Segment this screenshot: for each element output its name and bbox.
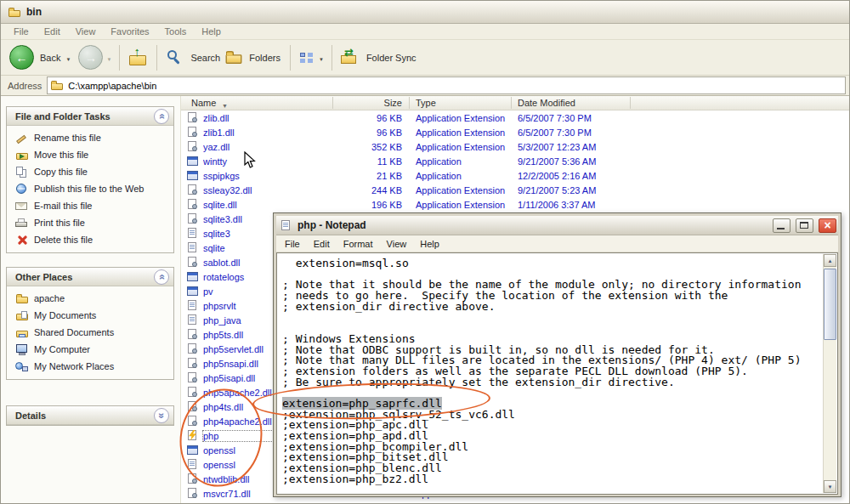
move-icon: [15, 149, 29, 161]
shareddocs-icon: [15, 326, 29, 339]
maximize-button[interactable]: [796, 218, 813, 233]
notepad-edit-area[interactable]: extension=msql.so ; Note that it should …: [276, 252, 838, 495]
column-divider[interactable]: [409, 97, 410, 109]
column-divider[interactable]: [332, 97, 333, 109]
task-item[interactable]: Print this file: [7, 214, 173, 231]
search-icon[interactable]: [165, 48, 184, 67]
task-item[interactable]: Move this file: [7, 146, 173, 163]
notepad-window: php - Notepad FileEditFormatViewHelp ext…: [273, 212, 842, 497]
task-item[interactable]: Delete this file: [7, 231, 173, 248]
task-item[interactable]: Publish this file to the Web: [7, 180, 173, 197]
notepad-text[interactable]: extension=msql.so ; Note that it should …: [278, 254, 823, 493]
file-date: 9/21/2007 5:36 AM: [511, 156, 647, 167]
file-name[interactable]: sqlite.dll: [203, 200, 332, 210]
views-icon[interactable]: [298, 50, 315, 65]
file-row[interactable]: yaz.dll 352 KB Application Extension 5/3…: [181, 139, 850, 154]
notepad-titlebar[interactable]: php - Notepad: [276, 216, 838, 235]
place-item-label: My Documents: [34, 310, 96, 320]
views-dropdown-icon[interactable]: [319, 53, 324, 63]
file-tasks-header[interactable]: File and Folder Tasks: [7, 107, 173, 126]
folder-sync-label[interactable]: Folder Sync: [366, 53, 416, 63]
menu-item[interactable]: Edit: [307, 237, 337, 251]
file-type: Application: [409, 156, 511, 167]
address-input[interactable]: C:\xampp\apache\bin: [47, 76, 846, 94]
menu-item[interactable]: Tools: [157, 25, 195, 38]
place-item[interactable]: My Network Places: [7, 358, 173, 375]
search-label[interactable]: Search: [190, 53, 220, 63]
file-row[interactable]: wintty 11 KB Application 9/21/2007 5:36 …: [181, 154, 850, 168]
file-name[interactable]: yaz.dll: [203, 142, 332, 152]
folder-sync-icon[interactable]: [340, 49, 360, 66]
column-type[interactable]: Type: [416, 98, 436, 108]
file-row[interactable]: ssleay32.dll 244 KB Application Extensio…: [181, 183, 850, 197]
scroll-up-icon[interactable]: [824, 254, 836, 267]
column-modified[interactable]: Date Modified: [518, 98, 575, 108]
menu-item[interactable]: Favorites: [103, 25, 156, 38]
file-name[interactable]: sspipkgs: [203, 171, 332, 181]
notepad-menubar: FileEditFormatViewHelp: [276, 235, 838, 252]
file-row[interactable]: zlib.dll 96 KB Application Extension 6/5…: [181, 110, 850, 125]
menu-item[interactable]: View: [380, 237, 414, 251]
task-item[interactable]: E-mail this file: [7, 197, 173, 214]
place-item[interactable]: My Computer: [7, 341, 173, 358]
menu-item[interactable]: View: [68, 25, 104, 38]
task-item[interactable]: Copy this file: [7, 163, 173, 180]
file-name[interactable]: zlib.dll: [203, 113, 332, 123]
file-row[interactable]: zlib1.dll 96 KB Application Extension 6/…: [181, 125, 850, 139]
dll-icon: [186, 184, 200, 196]
explorer-titlebar[interactable]: bin: [1, 1, 849, 24]
app-icon: [186, 169, 200, 182]
forward-button[interactable]: [78, 45, 103, 70]
back-button[interactable]: [9, 45, 34, 70]
menu-item[interactable]: Help: [413, 237, 446, 251]
collapse-chevron-icon[interactable]: [154, 269, 169, 285]
back-dropdown-icon[interactable]: [65, 53, 71, 63]
place-item[interactable]: apache: [7, 290, 173, 307]
file-name[interactable]: zlib1.dll: [203, 127, 332, 138]
vertical-scrollbar[interactable]: [823, 254, 836, 493]
forward-dropdown-icon[interactable]: [106, 53, 111, 63]
collapse-chevron-icon[interactable]: [154, 109, 169, 124]
place-item-label: My Computer: [34, 344, 90, 354]
column-name[interactable]: Name: [191, 98, 216, 108]
folders-icon[interactable]: [224, 48, 243, 65]
dll-icon: [186, 487, 200, 500]
column-divider[interactable]: [630, 97, 631, 109]
notepad-line-text: ;extension=php_bz2.dll: [282, 473, 428, 485]
menu-item[interactable]: File: [6, 25, 37, 38]
scrollbar-thumb[interactable]: [824, 269, 836, 340]
task-item-label: Rename this file: [34, 133, 101, 143]
notepad-line: ; extension_dir directive above.: [282, 302, 823, 313]
details-box: Details: [6, 405, 174, 426]
task-item[interactable]: Rename this file: [7, 129, 173, 146]
close-button[interactable]: [819, 218, 836, 233]
column-divider[interactable]: [511, 97, 512, 109]
file-size: 196 KB: [332, 200, 409, 210]
task-item-label: Publish this file to the Web: [34, 184, 144, 194]
folders-label[interactable]: Folders: [249, 53, 280, 63]
scroll-down-icon[interactable]: [824, 480, 836, 493]
email-icon: [15, 200, 29, 212]
menu-item[interactable]: File: [278, 237, 307, 251]
place-item-label: apache: [34, 293, 65, 303]
file-row[interactable]: sqlite.dll 196 KB Application Extension …: [181, 197, 850, 212]
explorer-window-title: bin: [26, 6, 42, 18]
menu-item[interactable]: Format: [337, 237, 380, 251]
menu-item[interactable]: Edit: [37, 25, 68, 38]
file-date: 9/21/2007 5:23 AM: [511, 185, 647, 195]
notepad-line: extension=msql.so: [282, 258, 823, 269]
other-places-header[interactable]: Other Places: [7, 268, 173, 286]
place-item[interactable]: My Documents: [7, 307, 173, 324]
menu-item[interactable]: Help: [194, 25, 229, 38]
minimize-button[interactable]: [773, 218, 790, 233]
column-size[interactable]: Size: [332, 98, 402, 108]
file-name[interactable]: ssleay32.dll: [203, 185, 332, 195]
expand-chevron-icon[interactable]: [154, 408, 169, 423]
place-item[interactable]: Shared Documents: [7, 324, 173, 341]
up-button[interactable]: [128, 47, 149, 69]
details-header[interactable]: Details: [7, 406, 173, 425]
dll-icon: [186, 140, 200, 153]
file-row[interactable]: sspipkgs 21 KB Application 12/2/2005 2:1…: [181, 168, 850, 183]
file-name[interactable]: wintty: [203, 156, 332, 167]
file-size: 21 KB: [332, 171, 409, 181]
